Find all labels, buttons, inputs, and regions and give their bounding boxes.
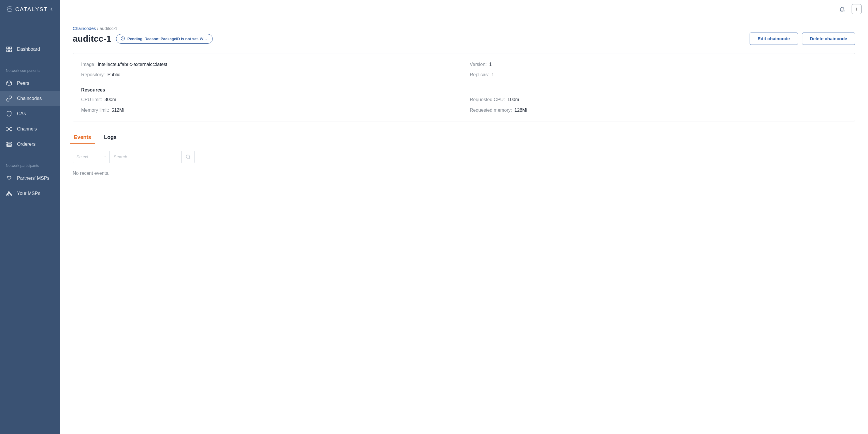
filter-row: Select... [73,151,855,163]
breadcrumb-root-link[interactable]: Chaincodes [73,26,96,31]
breadcrumb-separator: / [97,26,99,31]
notifications-button[interactable] [838,5,846,13]
svg-point-0 [7,7,12,8]
dashboard-icon [6,46,12,53]
logo-text: CATALYST [15,6,48,12]
cpu-limit-value: 300m [104,97,116,102]
sidebar-section-participants: Network participants [0,152,60,171]
sidebar-item-partners-msps[interactable]: Partners' MSPs [0,171,60,186]
repository-label: Repository: [81,72,105,77]
sidebar-item-orderers[interactable]: Orderers [0,137,60,152]
search-field-wrapper [110,151,182,163]
version-value: 1 [489,62,492,67]
events-empty-message: No recent events. [73,171,855,176]
svg-rect-17 [7,195,8,196]
memory-limit-label: Memory limit: [81,108,109,113]
servers-icon [6,141,12,147]
network-icon [6,126,12,132]
edit-chaincode-button[interactable]: Edit chaincode [750,33,798,45]
delete-chaincode-button[interactable]: Delete chaincode [802,33,856,45]
status-badge: Pending. Reason: PackageID is not set. W… [116,34,213,44]
user-avatar[interactable]: I [851,4,862,14]
image-label: Image: [81,62,96,67]
cpu-limit-label: CPU limit: [81,97,102,102]
sidebar-item-label: Partners' MSPs [17,176,50,181]
sidebar: CATALYST Dashboard Network components [0,0,60,434]
svg-rect-2 [10,47,11,49]
sidebar-section-components: Network components [0,57,60,76]
requested-cpu-label: Requested CPU: [470,97,505,102]
sidebar-item-label: Orderers [17,142,35,147]
sidebar-item-dashboard[interactable]: Dashboard [0,41,60,57]
svg-rect-3 [7,50,8,52]
sidebar-item-label: Chaincodes [17,96,42,101]
requested-memory-value: 128Mi [515,108,527,113]
page-title: auditcc-1 [73,34,111,44]
sidebar-item-peers[interactable]: Peers [0,76,60,91]
sidebar-item-channels[interactable]: Channels [0,121,60,137]
handshake-icon [6,175,12,181]
repository-value: Public [107,72,120,77]
collapse-sidebar-button[interactable] [48,6,55,12]
svg-rect-18 [10,195,12,196]
cube-icon [6,80,12,87]
svg-point-20 [186,155,190,158]
link-icon [6,95,12,102]
topbar: I [60,0,868,18]
filter-select-placeholder: Select... [76,154,92,159]
clock-icon [120,36,125,41]
search-input[interactable] [113,154,178,160]
sidebar-item-chaincodes[interactable]: Chaincodes [0,91,60,106]
sidebar-item-label: Your MSPs [17,191,40,196]
chevron-down-icon [103,154,106,159]
requested-cpu-value: 100m [507,97,519,102]
tab-events[interactable]: Events [73,132,92,144]
tab-logs[interactable]: Logs [103,132,118,144]
image-value: intellecteu/fabric-externalcc:latest [98,62,167,67]
sidebar-header: CATALYST [0,0,60,18]
sidebar-item-label: CAs [17,111,26,116]
breadcrumb-current: auditcc-1 [100,26,118,31]
sidebar-item-cas[interactable]: CAs [0,106,60,121]
requested-memory-label: Requested memory: [470,108,512,113]
logo-mark-icon [6,6,13,12]
svg-rect-16 [8,191,10,193]
status-text: Pending. Reason: PackageID is not set. W… [127,37,208,41]
sidebar-item-your-msps[interactable]: Your MSPs [0,186,60,201]
filter-select[interactable]: Select... [73,151,110,163]
shield-icon [6,111,12,117]
logo[interactable]: CATALYST [6,6,48,12]
sidebar-item-label: Channels [17,126,37,132]
replicas-value: 1 [491,72,494,77]
tabs: Events Logs [73,132,855,144]
memory-limit-value: 512Mi [112,108,125,113]
svg-rect-4 [10,50,11,52]
version-label: Version: [470,62,487,67]
resources-heading: Resources [81,87,847,93]
sidebar-item-label: Dashboard [17,47,40,52]
info-card: Image: intellecteu/fabric-externalcc:lat… [73,53,855,121]
replicas-label: Replicas: [470,72,489,77]
breadcrumb: Chaincodes / auditcc-1 [73,26,855,31]
svg-rect-1 [7,47,8,49]
sidebar-item-label: Peers [17,81,29,86]
org-tree-icon [6,190,12,197]
search-button[interactable] [182,151,194,163]
